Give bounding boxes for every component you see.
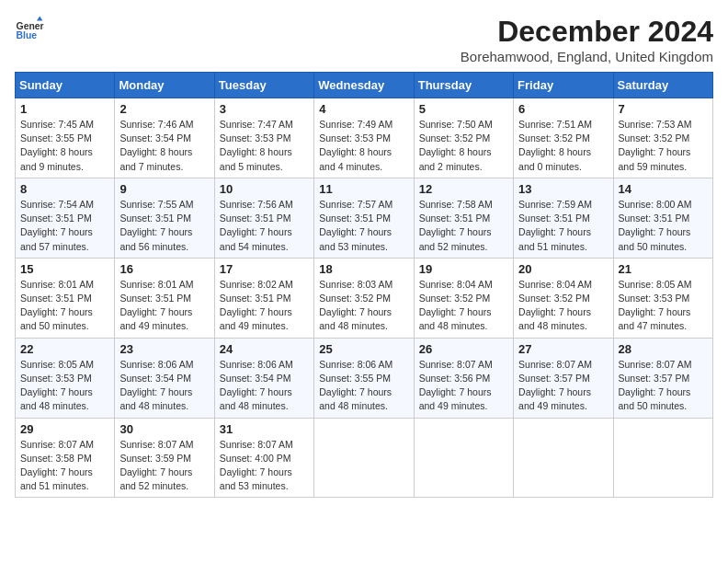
calendar-table: SundayMondayTuesdayWednesdayThursdayFrid… bbox=[15, 72, 713, 498]
day-detail: Sunrise: 8:07 AMSunset: 3:58 PMDaylight:… bbox=[20, 439, 94, 492]
calendar-cell: 31 Sunrise: 8:07 AMSunset: 4:00 PMDaylig… bbox=[214, 418, 313, 498]
day-detail: Sunrise: 8:05 AMSunset: 3:53 PMDaylight:… bbox=[619, 279, 692, 332]
calendar-cell: 16 Sunrise: 8:01 AMSunset: 3:51 PMDaylig… bbox=[115, 258, 214, 338]
calendar-cell bbox=[414, 418, 513, 498]
calendar-week-2: 8 Sunrise: 7:54 AMSunset: 3:51 PMDayligh… bbox=[16, 178, 713, 258]
weekday-header-friday: Friday bbox=[514, 73, 613, 98]
day-detail: Sunrise: 7:49 AMSunset: 3:53 PMDaylight:… bbox=[319, 119, 392, 172]
svg-marker-2 bbox=[37, 17, 42, 21]
weekday-header-tuesday: Tuesday bbox=[214, 73, 313, 98]
calendar-cell: 3 Sunrise: 7:47 AMSunset: 3:53 PMDayligh… bbox=[214, 98, 313, 178]
calendar-cell: 10 Sunrise: 7:56 AMSunset: 3:51 PMDaylig… bbox=[214, 178, 313, 258]
svg-text:Blue: Blue bbox=[17, 30, 38, 40]
day-detail: Sunrise: 7:54 AMSunset: 3:51 PMDaylight:… bbox=[20, 199, 94, 252]
calendar-cell bbox=[514, 418, 613, 498]
day-detail: Sunrise: 7:53 AMSunset: 3:52 PMDaylight:… bbox=[619, 119, 692, 172]
day-number: 12 bbox=[419, 182, 508, 196]
calendar-cell: 1 Sunrise: 7:45 AMSunset: 3:55 PMDayligh… bbox=[16, 98, 115, 178]
calendar-week-1: 1 Sunrise: 7:45 AMSunset: 3:55 PMDayligh… bbox=[16, 98, 713, 178]
day-detail: Sunrise: 7:59 AMSunset: 3:51 PMDaylight:… bbox=[518, 199, 592, 252]
day-detail: Sunrise: 8:02 AMSunset: 3:51 PMDaylight:… bbox=[220, 279, 293, 332]
day-number: 25 bbox=[319, 342, 408, 356]
day-detail: Sunrise: 8:07 AMSunset: 3:57 PMDaylight:… bbox=[518, 359, 592, 412]
day-number: 1 bbox=[20, 102, 109, 116]
day-number: 3 bbox=[220, 102, 309, 116]
calendar-cell: 9 Sunrise: 7:55 AMSunset: 3:51 PMDayligh… bbox=[115, 178, 214, 258]
calendar-week-5: 29 Sunrise: 8:07 AMSunset: 3:58 PMDaylig… bbox=[16, 418, 713, 498]
day-detail: Sunrise: 7:50 AMSunset: 3:52 PMDaylight:… bbox=[419, 119, 493, 172]
day-number: 21 bbox=[619, 262, 708, 276]
weekday-header-monday: Monday bbox=[115, 73, 214, 98]
day-number: 22 bbox=[20, 342, 109, 356]
day-detail: Sunrise: 8:04 AMSunset: 3:52 PMDaylight:… bbox=[518, 279, 592, 332]
day-detail: Sunrise: 8:01 AMSunset: 3:51 PMDaylight:… bbox=[119, 279, 193, 332]
calendar-cell: 14 Sunrise: 8:00 AMSunset: 3:51 PMDaylig… bbox=[613, 178, 712, 258]
day-detail: Sunrise: 8:04 AMSunset: 3:52 PMDaylight:… bbox=[419, 279, 493, 332]
calendar-cell: 24 Sunrise: 8:06 AMSunset: 3:54 PMDaylig… bbox=[214, 338, 313, 418]
day-detail: Sunrise: 8:05 AMSunset: 3:53 PMDaylight:… bbox=[20, 359, 94, 412]
day-detail: Sunrise: 7:57 AMSunset: 3:51 PMDaylight:… bbox=[319, 199, 392, 252]
day-detail: Sunrise: 8:06 AMSunset: 3:54 PMDaylight:… bbox=[119, 359, 193, 412]
day-detail: Sunrise: 8:07 AMSunset: 3:56 PMDaylight:… bbox=[419, 359, 493, 412]
month-year-title: December 2024 bbox=[461, 15, 713, 49]
header: General Blue December 2024 Borehamwood, … bbox=[15, 15, 713, 64]
calendar-cell: 11 Sunrise: 7:57 AMSunset: 3:51 PMDaylig… bbox=[314, 178, 414, 258]
day-detail: Sunrise: 8:03 AMSunset: 3:52 PMDaylight:… bbox=[319, 279, 392, 332]
calendar-cell: 18 Sunrise: 8:03 AMSunset: 3:52 PMDaylig… bbox=[314, 258, 414, 338]
calendar-cell: 8 Sunrise: 7:54 AMSunset: 3:51 PMDayligh… bbox=[16, 178, 115, 258]
calendar-cell: 27 Sunrise: 8:07 AMSunset: 3:57 PMDaylig… bbox=[514, 338, 613, 418]
day-detail: Sunrise: 8:06 AMSunset: 3:55 PMDaylight:… bbox=[319, 359, 392, 412]
day-number: 15 bbox=[20, 262, 109, 276]
calendar-week-3: 15 Sunrise: 8:01 AMSunset: 3:51 PMDaylig… bbox=[16, 258, 713, 338]
calendar-cell: 30 Sunrise: 8:07 AMSunset: 3:59 PMDaylig… bbox=[115, 418, 214, 498]
weekday-header-row: SundayMondayTuesdayWednesdayThursdayFrid… bbox=[16, 73, 713, 98]
calendar-cell: 5 Sunrise: 7:50 AMSunset: 3:52 PMDayligh… bbox=[414, 98, 513, 178]
day-detail: Sunrise: 7:58 AMSunset: 3:51 PMDaylight:… bbox=[419, 199, 493, 252]
day-detail: Sunrise: 8:01 AMSunset: 3:51 PMDaylight:… bbox=[20, 279, 94, 332]
day-detail: Sunrise: 7:56 AMSunset: 3:51 PMDaylight:… bbox=[220, 199, 293, 252]
calendar-cell: 6 Sunrise: 7:51 AMSunset: 3:52 PMDayligh… bbox=[514, 98, 613, 178]
day-number: 30 bbox=[119, 422, 209, 436]
day-number: 6 bbox=[518, 102, 608, 116]
calendar-cell: 7 Sunrise: 7:53 AMSunset: 3:52 PMDayligh… bbox=[613, 98, 712, 178]
day-detail: Sunrise: 7:55 AMSunset: 3:51 PMDaylight:… bbox=[119, 199, 193, 252]
day-detail: Sunrise: 8:07 AMSunset: 4:00 PMDaylight:… bbox=[220, 439, 293, 492]
day-number: 17 bbox=[220, 262, 309, 276]
calendar-cell: 23 Sunrise: 8:06 AMSunset: 3:54 PMDaylig… bbox=[115, 338, 214, 418]
day-number: 20 bbox=[518, 262, 608, 276]
day-detail: Sunrise: 7:46 AMSunset: 3:54 PMDaylight:… bbox=[119, 119, 193, 172]
day-number: 13 bbox=[518, 182, 608, 196]
weekday-header-sunday: Sunday bbox=[16, 73, 115, 98]
title-area: December 2024 Borehamwood, England, Unit… bbox=[461, 15, 713, 64]
day-number: 26 bbox=[419, 342, 508, 356]
calendar-cell: 4 Sunrise: 7:49 AMSunset: 3:53 PMDayligh… bbox=[314, 98, 414, 178]
calendar-cell bbox=[613, 418, 712, 498]
day-number: 7 bbox=[619, 102, 708, 116]
weekday-header-thursday: Thursday bbox=[414, 73, 513, 98]
day-number: 27 bbox=[518, 342, 608, 356]
day-number: 18 bbox=[319, 262, 408, 276]
svg-text:General: General bbox=[17, 21, 44, 31]
day-detail: Sunrise: 7:51 AMSunset: 3:52 PMDaylight:… bbox=[518, 119, 592, 172]
calendar-cell: 28 Sunrise: 8:07 AMSunset: 3:57 PMDaylig… bbox=[613, 338, 712, 418]
calendar-cell: 26 Sunrise: 8:07 AMSunset: 3:56 PMDaylig… bbox=[414, 338, 513, 418]
day-number: 29 bbox=[20, 422, 109, 436]
calendar-cell: 20 Sunrise: 8:04 AMSunset: 3:52 PMDaylig… bbox=[514, 258, 613, 338]
calendar-cell: 22 Sunrise: 8:05 AMSunset: 3:53 PMDaylig… bbox=[16, 338, 115, 418]
day-number: 11 bbox=[319, 182, 408, 196]
calendar-cell: 13 Sunrise: 7:59 AMSunset: 3:51 PMDaylig… bbox=[514, 178, 613, 258]
calendar-cell: 2 Sunrise: 7:46 AMSunset: 3:54 PMDayligh… bbox=[115, 98, 214, 178]
day-number: 5 bbox=[419, 102, 508, 116]
day-detail: Sunrise: 7:47 AMSunset: 3:53 PMDaylight:… bbox=[220, 119, 293, 172]
calendar-cell bbox=[314, 418, 414, 498]
calendar-cell: 25 Sunrise: 8:06 AMSunset: 3:55 PMDaylig… bbox=[314, 338, 414, 418]
logo: General Blue bbox=[15, 15, 44, 44]
day-number: 23 bbox=[119, 342, 209, 356]
calendar-cell: 21 Sunrise: 8:05 AMSunset: 3:53 PMDaylig… bbox=[613, 258, 712, 338]
day-detail: Sunrise: 8:06 AMSunset: 3:54 PMDaylight:… bbox=[220, 359, 293, 412]
weekday-header-saturday: Saturday bbox=[613, 73, 712, 98]
day-detail: Sunrise: 8:00 AMSunset: 3:51 PMDaylight:… bbox=[619, 199, 692, 252]
day-number: 2 bbox=[119, 102, 209, 116]
day-number: 16 bbox=[119, 262, 209, 276]
day-number: 24 bbox=[220, 342, 309, 356]
